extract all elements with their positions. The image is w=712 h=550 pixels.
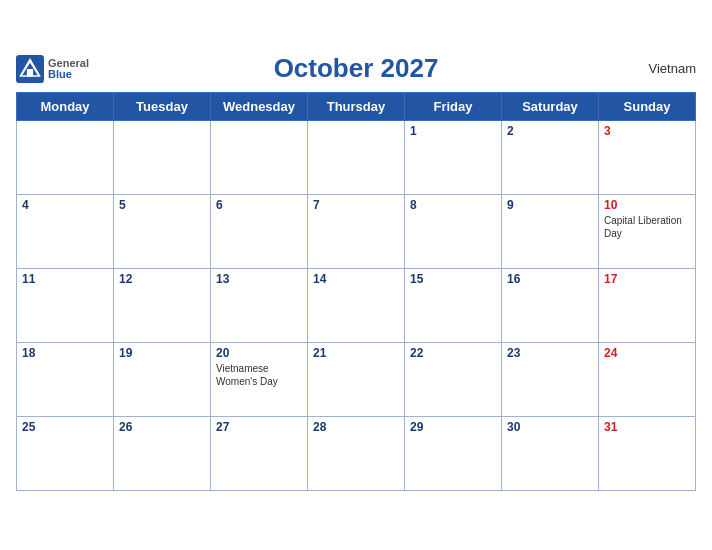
calendar-cell: 16 xyxy=(502,269,599,343)
week-row-4: 181920Vietnamese Women's Day21222324 xyxy=(17,343,696,417)
calendar-cell: 22 xyxy=(405,343,502,417)
week-row-5: 25262728293031 xyxy=(17,417,696,491)
calendar-cell: 8 xyxy=(405,195,502,269)
weekday-header-row: MondayTuesdayWednesdayThursdayFridaySatu… xyxy=(17,93,696,121)
day-number: 14 xyxy=(313,272,399,286)
day-number: 31 xyxy=(604,420,690,434)
day-number: 26 xyxy=(119,420,205,434)
day-number: 2 xyxy=(507,124,593,138)
calendar-cell: 28 xyxy=(308,417,405,491)
calendar-cell: 4 xyxy=(17,195,114,269)
day-number: 1 xyxy=(410,124,496,138)
weekday-header-monday: Monday xyxy=(17,93,114,121)
day-number: 8 xyxy=(410,198,496,212)
calendar-cell: 11 xyxy=(17,269,114,343)
day-number: 22 xyxy=(410,346,496,360)
day-number: 12 xyxy=(119,272,205,286)
day-number: 29 xyxy=(410,420,496,434)
weekday-header-thursday: Thursday xyxy=(308,93,405,121)
calendar-cell: 17 xyxy=(599,269,696,343)
day-number: 23 xyxy=(507,346,593,360)
day-number: 11 xyxy=(22,272,108,286)
calendar-cell: 6 xyxy=(211,195,308,269)
weekday-header-tuesday: Tuesday xyxy=(114,93,211,121)
calendar-cell: 10Capital Liberation Day xyxy=(599,195,696,269)
calendar-cell: 2 xyxy=(502,121,599,195)
calendar-cell: 9 xyxy=(502,195,599,269)
calendar-cell: 21 xyxy=(308,343,405,417)
day-number: 27 xyxy=(216,420,302,434)
calendar-cell: 18 xyxy=(17,343,114,417)
calendar-cell xyxy=(114,121,211,195)
day-event: Vietnamese Women's Day xyxy=(216,362,302,388)
calendar-cell: 23 xyxy=(502,343,599,417)
day-number: 18 xyxy=(22,346,108,360)
logo-area: General Blue xyxy=(16,55,89,83)
day-number: 7 xyxy=(313,198,399,212)
country-label: Vietnam xyxy=(649,61,696,76)
calendar-cell: 29 xyxy=(405,417,502,491)
calendar-cell: 26 xyxy=(114,417,211,491)
month-title: October 2027 xyxy=(274,53,439,84)
day-number: 16 xyxy=(507,272,593,286)
weekday-header-saturday: Saturday xyxy=(502,93,599,121)
calendar-cell: 15 xyxy=(405,269,502,343)
weekday-header-wednesday: Wednesday xyxy=(211,93,308,121)
day-number: 24 xyxy=(604,346,690,360)
calendar-cell: 5 xyxy=(114,195,211,269)
calendar-cell xyxy=(308,121,405,195)
day-number: 13 xyxy=(216,272,302,286)
logo-text: General Blue xyxy=(48,58,89,80)
day-number: 4 xyxy=(22,198,108,212)
logo-general-text: General xyxy=(48,58,89,69)
calendar-table: MondayTuesdayWednesdayThursdayFridaySatu… xyxy=(16,92,696,491)
calendar-cell: 20Vietnamese Women's Day xyxy=(211,343,308,417)
svg-rect-3 xyxy=(27,69,33,77)
calendar-cell: 12 xyxy=(114,269,211,343)
day-number: 5 xyxy=(119,198,205,212)
day-number: 28 xyxy=(313,420,399,434)
day-number: 15 xyxy=(410,272,496,286)
day-number: 19 xyxy=(119,346,205,360)
calendar-cell xyxy=(211,121,308,195)
calendar-cell: 27 xyxy=(211,417,308,491)
day-number: 6 xyxy=(216,198,302,212)
calendar-cell xyxy=(17,121,114,195)
day-number: 21 xyxy=(313,346,399,360)
calendar-cell: 30 xyxy=(502,417,599,491)
day-number: 20 xyxy=(216,346,302,360)
day-number: 25 xyxy=(22,420,108,434)
logo-blue-text: Blue xyxy=(48,69,89,80)
weekday-header-friday: Friday xyxy=(405,93,502,121)
calendar-cell: 3 xyxy=(599,121,696,195)
day-number: 3 xyxy=(604,124,690,138)
week-row-3: 11121314151617 xyxy=(17,269,696,343)
calendar-cell: 14 xyxy=(308,269,405,343)
calendar-cell: 19 xyxy=(114,343,211,417)
calendar-cell: 7 xyxy=(308,195,405,269)
calendar-cell: 13 xyxy=(211,269,308,343)
calendar-cell: 25 xyxy=(17,417,114,491)
generalblue-logo-icon xyxy=(16,55,44,83)
day-number: 9 xyxy=(507,198,593,212)
calendar-cell: 1 xyxy=(405,121,502,195)
calendar-container: General Blue October 2027 Vietnam Monday… xyxy=(0,43,712,507)
day-number: 10 xyxy=(604,198,690,212)
day-event: Capital Liberation Day xyxy=(604,214,690,240)
calendar-cell: 31 xyxy=(599,417,696,491)
day-number: 30 xyxy=(507,420,593,434)
calendar-cell: 24 xyxy=(599,343,696,417)
day-number: 17 xyxy=(604,272,690,286)
week-row-2: 45678910Capital Liberation Day xyxy=(17,195,696,269)
calendar-header: General Blue October 2027 Vietnam xyxy=(16,53,696,84)
week-row-1: 123 xyxy=(17,121,696,195)
weekday-header-sunday: Sunday xyxy=(599,93,696,121)
